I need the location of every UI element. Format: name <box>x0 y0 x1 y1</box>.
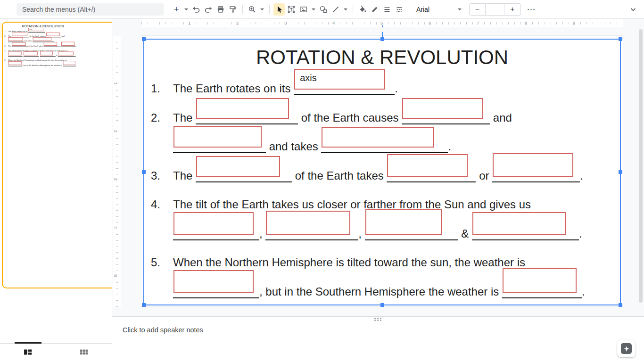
font-family-select[interactable]: Arial <box>413 3 465 16</box>
border-dash-icon <box>395 5 404 14</box>
slide-text: . <box>582 285 585 298</box>
zoom-button[interactable] <box>247 3 258 16</box>
grid-view-button[interactable] <box>56 344 112 362</box>
answer-box[interactable] <box>472 212 566 235</box>
selection-handle[interactable] <box>142 37 146 41</box>
selection-handle[interactable] <box>380 303 384 307</box>
thumbnail-image[interactable]: 6. FOUR SEASONS(list name, scientific na… <box>17 41 98 86</box>
search-input[interactable] <box>17 3 164 16</box>
selection-handle[interactable] <box>619 37 622 41</box>
slide-editor[interactable]: ROTATION & REVOLUTION 1.The Earth rotate… <box>141 36 623 306</box>
answer-box[interactable] <box>402 98 483 119</box>
text-box-button[interactable] <box>286 3 297 16</box>
slide-text: of the Earth takes <box>292 169 387 182</box>
undo-button[interactable] <box>190 3 202 16</box>
view-switcher <box>0 343 112 362</box>
speaker-notes-area[interactable]: Click to add speaker notes <box>112 316 644 362</box>
select-tool-button[interactable] <box>273 3 285 16</box>
selection-handle[interactable] <box>619 303 622 307</box>
slide-text: of the Earth causes <box>29 35 46 37</box>
thumbnail-slide-content: 6. FOUR SEASONS(list name, scientific na… <box>17 41 98 81</box>
redo-button[interactable] <box>203 3 214 16</box>
blank-underline: axis <box>28 31 45 33</box>
answer-box[interactable]: axis <box>294 69 385 90</box>
redo-icon <box>204 5 213 14</box>
blank-underline <box>321 142 448 153</box>
slide-thumbnail-2[interactable]: 2 6. FOUR SEASONS(list name, scientific … <box>0 38 112 90</box>
selection-handle[interactable] <box>380 37 384 41</box>
answer-box[interactable] <box>493 153 573 177</box>
slide-line: 1.The Earth rotates on its axis. <box>151 82 620 99</box>
slide-text: and <box>61 35 65 37</box>
insert-line-button[interactable] <box>330 3 341 16</box>
thumb-text: 3. <box>25 68 96 71</box>
decrease-font-size-button[interactable]: − <box>469 3 486 16</box>
google-slides-app: + <box>0 0 644 362</box>
insert-line-dropdown[interactable] <box>342 3 349 16</box>
new-slide-button[interactable]: + <box>171 3 182 16</box>
answer-box[interactable] <box>322 127 434 148</box>
increase-font-size-button[interactable]: + <box>504 3 521 16</box>
explore-button[interactable] <box>617 340 636 357</box>
thumb-text: 6. FOUR SEASONS(list name, scientific na… <box>20 43 96 46</box>
divider <box>242 5 243 14</box>
answer-box[interactable] <box>387 154 468 177</box>
slide-canvas[interactable]: 12345 ROTATION & REVOLUTION 1.The Earth … <box>112 27 644 316</box>
print-button[interactable] <box>215 3 226 16</box>
ruler-label: 4 <box>331 20 336 25</box>
slide-line: , but in the Southern Hemisphere the wea… <box>151 285 620 302</box>
answer-box[interactable] <box>173 212 254 235</box>
ruler-label: 5 <box>380 20 384 25</box>
ruler-label: 1 <box>113 82 118 85</box>
border-weight-button[interactable] <box>381 3 393 16</box>
selection-handle[interactable] <box>142 170 146 174</box>
slide-text: The Earth rotates on its <box>173 82 294 95</box>
ruler-label: 2 <box>113 130 118 133</box>
hide-menus-button[interactable] <box>627 3 639 16</box>
slide-text: and takes <box>266 140 321 153</box>
horizontal-ruler: 123456789 <box>112 19 644 27</box>
vertical-scrollbar[interactable] <box>639 29 643 303</box>
line-icon <box>331 5 340 14</box>
answer-box[interactable] <box>503 268 577 293</box>
insert-image-button[interactable] <box>298 3 309 16</box>
thumb-text: 1. <box>25 49 96 52</box>
chevron-down-icon <box>260 8 264 10</box>
font-family-value: Arial <box>416 6 429 13</box>
slide-text: , <box>259 227 265 240</box>
border-dash-button[interactable] <box>394 3 405 16</box>
border-color-button[interactable] <box>369 3 380 16</box>
blank-underline <box>492 171 580 182</box>
paint-format-button[interactable] <box>227 3 239 16</box>
ruler-label: 6 <box>428 20 432 25</box>
selection-handle[interactable] <box>142 303 146 307</box>
slide-thumbnail-1[interactable]: 1 ROTATION & REVOLUTION 1.The Earth rota… <box>0 23 112 38</box>
slide-number: 2 <box>1 41 17 86</box>
answer-box[interactable] <box>173 126 262 148</box>
answer-box[interactable] <box>196 98 289 119</box>
notes-resize-handle[interactable] <box>374 318 382 321</box>
ruler-label: 2 <box>235 20 239 25</box>
more-options-button[interactable]: ⋯ <box>526 3 537 16</box>
slide-text: & <box>458 227 472 240</box>
slide-line: 3.The of the Earth takes or . <box>151 169 620 186</box>
insert-image-dropdown[interactable] <box>310 3 317 16</box>
zoom-dropdown[interactable] <box>259 3 265 16</box>
explore-icon <box>621 343 632 354</box>
slide-text: or <box>476 169 492 182</box>
list-number: 2. <box>4 35 8 38</box>
new-slide-dropdown[interactable] <box>183 3 190 16</box>
answer-box[interactable] <box>365 209 442 235</box>
slide-text: and <box>490 111 512 124</box>
vertical-ruler: 12345 <box>112 27 122 316</box>
answer-box[interactable] <box>196 156 280 177</box>
selection-handle[interactable] <box>619 170 622 174</box>
thumb-text: ( you will have 5 answers for each one) <box>24 46 96 49</box>
insert-shape-button[interactable] <box>318 3 329 16</box>
fill-color-button[interactable] <box>357 3 368 16</box>
answer-box[interactable] <box>266 211 350 235</box>
font-size-input[interactable] <box>486 3 504 16</box>
zoom-icon <box>248 5 256 14</box>
filmstrip-view-button[interactable] <box>0 344 56 362</box>
answer-box[interactable] <box>173 270 254 293</box>
